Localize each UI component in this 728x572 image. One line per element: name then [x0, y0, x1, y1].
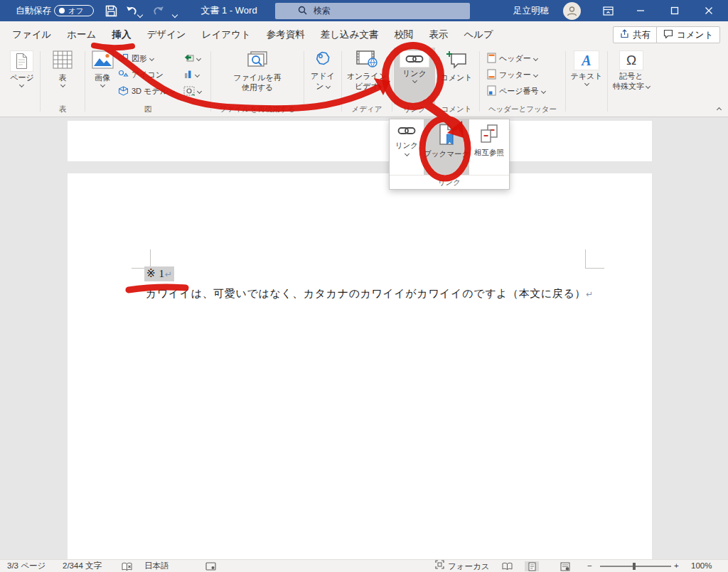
comment-bubble-icon	[663, 29, 673, 41]
shapes-button[interactable]: 図形	[118, 52, 183, 65]
chevron-down-icon	[533, 72, 538, 77]
group-separator	[565, 51, 566, 112]
pages-group-label	[6, 104, 38, 117]
tab-layout[interactable]: レイアウト	[194, 21, 259, 48]
tab-home[interactable]: ホーム	[59, 21, 104, 48]
ribbon-group-reuse-files: ファイルを再 使用する ファイルを再使用する	[213, 48, 302, 117]
page-number-button[interactable]: ページ番号	[487, 85, 564, 98]
header-button[interactable]: ヘッダー	[487, 52, 564, 65]
collapse-ribbon-chevron-icon[interactable]	[717, 102, 721, 114]
reuse-files-button[interactable]: ファイルを再 使用する	[233, 48, 281, 104]
tab-insert[interactable]: 挿入	[104, 21, 139, 48]
reference-mark-selected[interactable]: ※ 1↵	[144, 266, 174, 281]
web-layout-icon[interactable]	[558, 561, 572, 571]
share-button[interactable]: 共有	[613, 26, 658, 43]
dropdown-link-button[interactable]: リンク	[390, 119, 424, 175]
icons-button[interactable]: アイコン	[118, 68, 183, 82]
print-layout-icon[interactable]	[525, 561, 539, 571]
focus-mode-button[interactable]: フォーカス	[435, 560, 490, 572]
search-icon	[298, 6, 307, 17]
avatar[interactable]	[563, 2, 581, 20]
group-separator	[341, 51, 342, 112]
tab-review[interactable]: 校閲	[386, 21, 421, 48]
char-count[interactable]: 2/344 文字	[63, 560, 102, 572]
symbols-button[interactable]: Ω 記号と 特殊文字	[613, 48, 650, 104]
ribbon-display-options-icon[interactable]	[596, 0, 620, 21]
image-button-label: 画像	[95, 73, 110, 82]
zoom-slider-track[interactable]	[600, 566, 671, 567]
pages-button[interactable]: ページ	[10, 48, 34, 104]
3d-models-button[interactable]: 3D モデル	[118, 85, 183, 98]
online-video-button[interactable]: オンライン ビデオ	[347, 48, 387, 104]
zoom-in-button[interactable]: +	[674, 560, 679, 572]
comments-button[interactable]: コメント	[656, 26, 720, 43]
reuse-files-label-line1: ファイルを再	[233, 73, 281, 82]
undo-chevron-icon[interactable]	[138, 9, 142, 19]
chevron-down-icon	[646, 83, 651, 88]
undo-icon[interactable]	[124, 4, 139, 17]
chevron-down-icon	[197, 89, 202, 94]
proofing-status-icon[interactable]	[119, 561, 134, 571]
dropdown-bookmark-button[interactable]: ブックマーク	[424, 119, 469, 175]
maximize-button[interactable]	[663, 0, 687, 21]
customize-toolbar-chevron-icon[interactable]	[173, 9, 177, 19]
tab-file[interactable]: ファイル	[4, 21, 59, 48]
title-bar: 自動保存 オフ 文書 1 - Word 検索 足立明穂	[0, 0, 728, 21]
table-button[interactable]: 表	[53, 48, 73, 104]
page-indicator[interactable]: 3/3 ページ	[7, 560, 46, 572]
zoom-slider-thumb[interactable]	[633, 563, 636, 570]
tab-mailings[interactable]: 差し込み文書	[313, 21, 387, 48]
links-button[interactable]: リンク	[394, 48, 435, 104]
autosave-toggle[interactable]: オフ	[54, 5, 94, 16]
minimize-button[interactable]	[628, 0, 653, 21]
page-previous-bottom[interactable]	[68, 121, 652, 161]
footer-button[interactable]: フッター	[487, 68, 564, 82]
comment-button[interactable]: コメント	[440, 48, 472, 104]
share-icon	[620, 29, 629, 41]
user-name[interactable]: 足立明穂	[513, 0, 549, 21]
tab-design[interactable]: デザイン	[139, 21, 193, 48]
smartart-button[interactable]	[183, 52, 208, 65]
body-text-line[interactable]: カワイイは、可愛いではなく、カタカナのカワイイがカワイイのですよ（本文に戻る）↵	[146, 287, 593, 301]
paragraph-mark: ↵	[586, 289, 593, 299]
reuse-files-label-line2: 使用する	[242, 83, 274, 92]
autosave-label: 自動保存	[16, 0, 51, 21]
search-placeholder: 検索	[314, 5, 331, 17]
zoom-out-button[interactable]: −	[587, 560, 592, 572]
macro-recording-icon[interactable]	[203, 561, 218, 571]
3d-cube-icon	[118, 86, 129, 97]
screenshot-button[interactable]	[183, 85, 208, 98]
zoom-level[interactable]: 100%	[691, 560, 712, 572]
chevron-down-icon	[196, 56, 201, 61]
reuse-files-icon	[247, 50, 268, 72]
language-indicator[interactable]: 日本語	[144, 560, 169, 572]
redo-icon[interactable]	[151, 4, 165, 17]
page-current[interactable]: ※ 1↵ カワイイは、可愛いではなく、カタカナのカワイイがカワイイのですよ（本文…	[68, 173, 652, 559]
save-icon[interactable]	[104, 4, 118, 17]
comments-group-label: コメント	[435, 104, 478, 117]
dropdown-cross-reference-button[interactable]: 相互参照	[469, 119, 509, 175]
focus-icon	[435, 560, 444, 572]
search-box[interactable]: 検索	[275, 3, 470, 19]
ribbon-group-pages: ページ	[6, 48, 38, 117]
image-button[interactable]: 画像	[87, 48, 118, 104]
online-video-label-line2: ビデオ	[355, 82, 379, 90]
text-boundary-mark-top-right	[585, 249, 604, 269]
addins-button[interactable]: アドイ ン	[311, 48, 335, 104]
text-button[interactable]: A テキスト	[570, 48, 602, 104]
close-button[interactable]	[697, 0, 721, 21]
table-group-label: 表	[42, 104, 83, 117]
icons-button-label: アイコン	[132, 70, 164, 80]
tab-help[interactable]: ヘルプ	[456, 21, 500, 48]
read-mode-icon[interactable]	[500, 561, 514, 571]
tab-references[interactable]: 参考資料	[259, 21, 313, 48]
links-group-label: リンク	[394, 104, 435, 117]
footer-button-label: フッター	[499, 70, 531, 80]
tab-view[interactable]: 表示	[421, 21, 456, 48]
chevron-down-icon	[60, 82, 65, 87]
chart-button[interactable]	[183, 68, 208, 82]
new-comment-icon	[446, 50, 467, 72]
bookmark-icon	[437, 124, 456, 148]
group-separator	[392, 51, 392, 112]
body-text: カワイイは、可愛いではなく、カタカナのカワイイがカワイイのですよ（本文に戻る）	[146, 288, 586, 299]
